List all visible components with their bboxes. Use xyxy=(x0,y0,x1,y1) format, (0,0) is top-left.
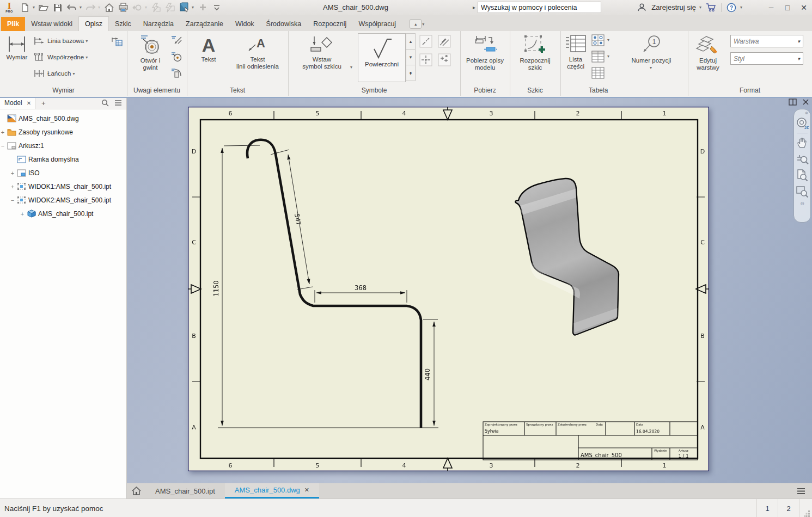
sheet-page-1-button[interactable]: 1 xyxy=(757,504,778,513)
zoom-icon[interactable] xyxy=(796,152,809,166)
tree-item-widok1[interactable]: + WIDOK1:AMS_chair_500.ipt xyxy=(0,180,126,193)
bend-note-button[interactable] xyxy=(169,66,184,80)
return-icon[interactable] xyxy=(132,2,143,13)
dimension-settings-button[interactable] xyxy=(110,34,124,48)
zoom-fit-icon[interactable] xyxy=(796,168,809,182)
retrieve-model-annotations-button[interactable]: Pobierz opisymodelu xyxy=(462,34,508,71)
browser-tab-close-icon[interactable]: ✕ xyxy=(27,100,31,106)
layer-select[interactable]: Warstwa▾ xyxy=(730,35,803,47)
collapse-icon[interactable]: − xyxy=(0,143,5,149)
hole-table-dropdown[interactable]: ▾ xyxy=(607,38,609,42)
baseline-dimension-button[interactable]: Linia bazowa▾ xyxy=(34,34,88,47)
redo-icon[interactable] xyxy=(85,2,96,13)
ribbon-collapse-dropdown[interactable]: ▾ xyxy=(422,22,424,27)
general-table-button[interactable] xyxy=(591,50,605,64)
steering-wheel-2d-icon[interactable]: 2D xyxy=(796,116,809,131)
sign-in-button[interactable]: Zarejestruj się xyxy=(651,3,696,11)
doc-tab-ipt[interactable]: AMS_chair_500.ipt xyxy=(145,483,225,498)
zoom-window-icon[interactable] xyxy=(796,184,809,199)
new-file-dropdown[interactable]: ▾ xyxy=(33,5,35,10)
text-button[interactable]: A Tekst xyxy=(192,35,225,63)
revision-table-button[interactable] xyxy=(591,66,605,80)
navbar-collapse-icon[interactable]: ⊖ xyxy=(800,201,804,206)
hole-table-button[interactable] xyxy=(591,33,605,47)
save-icon[interactable] xyxy=(52,2,63,13)
gallery-expand-button[interactable]: ▾▾ xyxy=(406,65,416,81)
tab-list-menu-icon[interactable] xyxy=(797,488,805,495)
cart-icon[interactable] xyxy=(706,2,717,13)
drawing-sheet[interactable]: 6 5 4 3 2 1 6 5 4 3 2 1 D C B A D C B A xyxy=(188,107,709,471)
center-mark-button[interactable] xyxy=(419,53,433,67)
leader-text-button[interactable]: A Tekstlinii odniesienia xyxy=(230,35,285,70)
return-dropdown[interactable]: ▾ xyxy=(145,5,147,10)
undo-icon[interactable] xyxy=(66,2,77,13)
parts-list-button[interactable]: Listaczęści xyxy=(561,34,590,70)
tab-wstaw-widoki[interactable]: Wstaw widoki xyxy=(25,17,78,31)
update-icon[interactable] xyxy=(150,2,161,13)
doc-tab-dwg[interactable]: AMS_chair_500.dwg ✕ xyxy=(225,483,319,498)
add-command-icon[interactable] xyxy=(197,2,208,13)
help-search-input[interactable] xyxy=(478,2,601,13)
print-icon[interactable] xyxy=(118,2,129,13)
general-table-dropdown[interactable]: ▾ xyxy=(607,54,609,59)
expand-icon[interactable]: + xyxy=(0,129,5,136)
browser-add-tab-button[interactable]: + xyxy=(36,99,51,107)
tree-item-widok2[interactable]: − WIDOK2:AMS_chair_500.ipt xyxy=(0,193,126,207)
centered-pattern-button[interactable] xyxy=(437,53,451,67)
ribbon-collapse-button[interactable]: ▴ xyxy=(410,19,422,29)
edit-layers-button[interactable]: Edytujwarstwy xyxy=(691,34,725,71)
dimension-button[interactable]: Wymiar xyxy=(3,35,30,61)
sketch-symbol-dropdown[interactable]: ▾ xyxy=(350,65,352,70)
tab-narzedzia[interactable]: Narzędzia xyxy=(137,17,180,31)
tab-srodowiska[interactable]: Środowiska xyxy=(260,17,308,31)
maximize-button[interactable]: □ xyxy=(782,2,793,13)
surface-texture-button[interactable]: Powierzchni xyxy=(358,33,406,82)
browser-menu-icon[interactable] xyxy=(114,100,122,106)
help-dropdown[interactable]: ▾ xyxy=(740,5,742,10)
browser-search-icon[interactable] xyxy=(101,99,109,107)
resize-grip[interactable] xyxy=(799,498,812,517)
doc-tab-close-icon[interactable]: ✕ xyxy=(304,487,309,494)
chamfer-note-button[interactable] xyxy=(169,33,184,47)
tab-plik[interactable]: Plik xyxy=(1,17,25,31)
chain-dimension-button[interactable]: Łańcuch▾ xyxy=(34,67,75,80)
tree-item-ramka-domyslna[interactable]: Ramka domyślna xyxy=(0,152,126,166)
centerline-bisector-button[interactable] xyxy=(437,34,451,48)
tree-item-part[interactable]: + AMS_chair_500.ipt xyxy=(0,207,126,220)
tab-wspolpracuj[interactable]: Współpracuj xyxy=(352,17,402,31)
appearance-dropdown[interactable]: ▾ xyxy=(192,5,194,10)
home-tab-button[interactable] xyxy=(127,483,145,498)
drawing-canvas[interactable]: 6 5 4 3 2 1 6 5 4 3 2 1 D C B A D C B A xyxy=(127,97,812,483)
tree-item-dwg-root[interactable]: AMS_chair_500.dwg xyxy=(0,112,126,125)
expand-icon[interactable]: + xyxy=(10,170,15,176)
collapse-icon[interactable]: − xyxy=(10,197,15,204)
tab-szkic[interactable]: Szkic xyxy=(109,17,137,31)
appearance-icon[interactable] xyxy=(179,2,190,13)
minimize-button[interactable]: ─ xyxy=(765,2,777,13)
tab-zarzadzanie[interactable]: Zarządzanie xyxy=(180,17,229,31)
ordinate-dropdown[interactable]: ▾ xyxy=(86,55,88,60)
close-document-icon[interactable] xyxy=(802,99,809,106)
close-button[interactable]: ✕ xyxy=(798,2,810,13)
tab-widok[interactable]: Widok xyxy=(229,17,260,31)
search-flyout-icon[interactable]: ▸ xyxy=(473,4,475,10)
start-sketch-button[interactable]: Rozpocznijszkic xyxy=(512,34,558,71)
chain-dropdown[interactable]: ▾ xyxy=(72,71,75,76)
insert-sketch-symbol-button[interactable]: Wstawsymbol szkicu xyxy=(294,35,350,70)
tree-item-zasoby-rysunkowe[interactable]: + Zasoby rysunkowe xyxy=(0,125,126,139)
redo-dropdown[interactable]: ▾ xyxy=(98,5,100,10)
tree-item-iso[interactable]: + ISO xyxy=(0,166,126,180)
gallery-down-button[interactable]: ▾ xyxy=(406,50,416,65)
ordinate-dimension-button[interactable]: Współrzędne▾ xyxy=(34,51,88,64)
pan-icon[interactable] xyxy=(796,136,809,150)
balloon-button[interactable]: 1 Numer pozycji ▾ xyxy=(619,34,683,70)
expand-icon[interactable]: + xyxy=(10,183,15,190)
expand-icon[interactable]: + xyxy=(20,211,25,217)
sheet-page-2-button[interactable]: 2 xyxy=(778,504,799,513)
style-select[interactable]: Styl▾ xyxy=(730,52,803,65)
balloon-dropdown[interactable]: ▾ xyxy=(650,65,652,70)
open-file-icon[interactable] xyxy=(38,2,49,13)
customize-toolbar-icon[interactable] xyxy=(211,2,222,13)
tab-opisz[interactable]: Opisz xyxy=(78,16,109,31)
home-icon[interactable] xyxy=(103,2,114,13)
